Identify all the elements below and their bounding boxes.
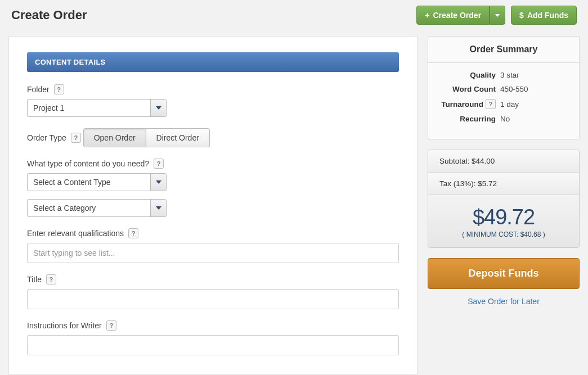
content-type-select[interactable]: Select a Content Type — [27, 173, 167, 191]
field-title: Title ? — [27, 274, 399, 309]
order-summary-title: Order Summary — [428, 37, 579, 63]
qualifications-label: Enter relevant qualifications — [27, 229, 124, 238]
word-count-value: 450-550 — [500, 85, 528, 93]
folder-select-caret[interactable] — [150, 100, 166, 116]
category-select-caret[interactable] — [150, 200, 166, 216]
field-instructions: Instructions for Writer ? — [27, 320, 399, 355]
recurring-label: Recurring — [460, 115, 496, 123]
summary-row-word-count: Word Count 450-550 — [437, 85, 570, 93]
content-type-select-value: Select a Content Type — [28, 174, 150, 191]
folder-label: Folder — [27, 85, 50, 94]
summary-row-turnaround: Turnaround ? 1 day — [437, 99, 570, 109]
quality-label: Quality — [470, 71, 496, 79]
title-label: Title — [27, 275, 42, 284]
word-count-label: Word Count — [452, 85, 496, 93]
folder-select-value: Project 1 — [28, 100, 150, 116]
field-folder: Folder ? Project 1 — [27, 84, 399, 117]
content-type-select-caret[interactable] — [150, 174, 166, 191]
deposit-funds-button[interactable]: Deposit Funds — [428, 258, 580, 289]
cost-card: Subtotal: $44.00 Tax (13%): $5.72 $49.72… — [428, 150, 580, 248]
section-header-content-details: CONTENT DETAILS — [27, 52, 399, 72]
open-order-button[interactable]: Open Order — [83, 128, 146, 147]
chevron-down-icon — [156, 106, 161, 110]
help-icon[interactable]: ? — [46, 274, 56, 284]
order-type-toggle: Open Order Direct Order — [83, 128, 210, 147]
help-icon[interactable]: ? — [106, 320, 116, 331]
chevron-down-icon — [156, 206, 161, 210]
create-order-button[interactable]: + Create Order — [416, 6, 490, 25]
chevron-down-icon — [156, 180, 161, 184]
help-icon[interactable]: ? — [154, 159, 164, 169]
qualifications-input[interactable] — [27, 243, 399, 263]
chevron-down-icon — [495, 14, 500, 17]
category-select[interactable]: Select a Category — [27, 199, 167, 217]
total-amount: $49.72 — [434, 205, 573, 229]
help-icon[interactable]: ? — [54, 84, 64, 94]
order-summary-card: Order Summary Quality 3 star Word Count … — [428, 36, 580, 139]
turnaround-value: 1 day — [500, 100, 519, 109]
create-order-dropdown-toggle[interactable] — [490, 6, 505, 25]
help-icon[interactable]: ? — [128, 228, 138, 238]
subtotal-row: Subtotal: $44.00 — [428, 150, 579, 173]
save-order-link[interactable]: Save Order for Later — [428, 297, 580, 306]
add-funds-button[interactable]: $ Add Funds — [511, 6, 577, 25]
category-select-value: Select a Category — [28, 200, 150, 216]
cost-total: $49.72 ( MINIMUM COST: $40.68 ) — [428, 195, 579, 247]
minimum-cost: ( MINIMUM COST: $40.68 ) — [434, 231, 573, 238]
create-order-label: Create Order — [433, 11, 482, 20]
help-icon[interactable]: ? — [486, 99, 496, 109]
field-order-type: Order Type ? Open Order Direct Order — [27, 128, 399, 147]
turnaround-label: Turnaround — [441, 100, 483, 109]
page-title: Create Order — [11, 8, 87, 22]
instructions-input[interactable] — [27, 335, 399, 355]
recurring-value: No — [500, 115, 510, 123]
title-input[interactable] — [27, 289, 399, 309]
folder-select[interactable]: Project 1 — [27, 99, 167, 117]
field-qualifications: Enter relevant qualifications ? — [27, 228, 399, 263]
help-icon[interactable]: ? — [71, 133, 81, 143]
summary-row-quality: Quality 3 star — [437, 71, 570, 79]
field-content-type: What type of content do you need? ? Sele… — [27, 159, 399, 217]
plus-icon: + — [425, 11, 429, 20]
order-type-label: Order Type — [27, 133, 66, 142]
summary-row-recurring: Recurring No — [437, 115, 570, 123]
content-type-label: What type of content do you need? — [27, 159, 149, 168]
tax-row: Tax (13%): $5.72 — [428, 173, 579, 195]
add-funds-label: Add Funds — [527, 11, 568, 20]
instructions-label: Instructions for Writer — [27, 321, 102, 330]
dollar-icon: $ — [519, 11, 524, 20]
direct-order-button[interactable]: Direct Order — [146, 128, 210, 147]
sidebar: Order Summary Quality 3 star Word Count … — [428, 36, 580, 375]
main-panel: CONTENT DETAILS Folder ? Project 1 Order… — [8, 36, 418, 375]
quality-value: 3 star — [500, 71, 519, 79]
header-actions: + Create Order $ Add Funds — [416, 6, 577, 25]
create-order-split-button: + Create Order — [416, 6, 505, 25]
